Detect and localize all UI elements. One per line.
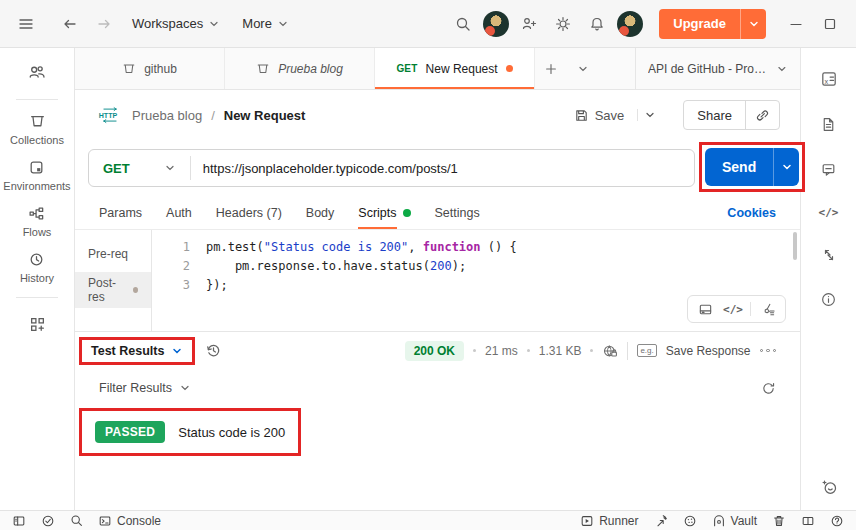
menu-icon[interactable]	[12, 10, 40, 38]
runner-label: Runner	[599, 514, 638, 528]
postbot-icon[interactable]	[820, 478, 838, 496]
editor-toolbar: </>	[687, 295, 786, 323]
response-size[interactable]: 1.31 KB	[539, 344, 582, 358]
line-number: 1	[152, 238, 206, 257]
split-pane-icon[interactable]	[801, 514, 815, 528]
checkmark-icon[interactable]	[41, 514, 55, 528]
gear-icon[interactable]	[549, 10, 577, 38]
related-requests-icon[interactable]	[821, 247, 837, 263]
tab-options-chevron-icon[interactable]	[567, 48, 599, 89]
runner-button[interactable]: Runner	[580, 514, 638, 528]
documentation-icon[interactable]	[820, 116, 837, 133]
upgrade-chevron[interactable]	[740, 9, 766, 39]
sidebar-item-history[interactable]: History	[20, 251, 54, 284]
panel-toggle-icon[interactable]	[12, 514, 26, 528]
method-value: GET	[103, 161, 130, 176]
help-icon[interactable]	[830, 514, 844, 528]
code-icon[interactable]: </>	[819, 206, 839, 219]
script-rail: Pre-req Post-res	[75, 230, 152, 331]
avatar[interactable]	[617, 11, 643, 37]
save-options-chevron-icon[interactable]	[637, 109, 662, 121]
url-input[interactable]: https://jsonplaceholder.typicode.com/pos…	[191, 161, 470, 176]
avatar[interactable]	[483, 11, 509, 37]
script-present-dot-icon	[403, 209, 411, 217]
script-editor: Pre-req Post-res 1pm.test("Status code i…	[75, 229, 800, 331]
post-response-item[interactable]: Post-res	[75, 272, 151, 308]
tab-scripts[interactable]: Scripts	[358, 196, 410, 229]
upgrade-button[interactable]: Upgrade	[659, 9, 766, 39]
workspaces-menu[interactable]: Workspaces	[124, 16, 228, 31]
method-select[interactable]: GET	[89, 161, 190, 176]
pre-request-label: Pre-req	[88, 247, 128, 261]
sidebar-item-collections[interactable]: Collections	[10, 113, 64, 146]
breadcrumb-parent[interactable]: Prueba blog	[132, 108, 202, 123]
divider	[16, 297, 58, 298]
search-icon[interactable]	[70, 514, 83, 527]
cookie-icon[interactable]	[683, 514, 697, 528]
postman-window: Workspaces More Upgrade Collections En	[0, 0, 856, 530]
forward-icon[interactable]	[90, 10, 118, 38]
tab-params[interactable]: Params	[99, 196, 142, 229]
status-badge[interactable]: 200 OK	[405, 341, 464, 361]
workspace-add-icon[interactable]	[23, 310, 51, 338]
divider	[627, 342, 628, 360]
filter-results-dropdown[interactable]: Filter Results	[99, 381, 172, 395]
invite-user-icon[interactable]	[515, 10, 543, 38]
add-tab-icon[interactable]	[535, 48, 567, 89]
tab-headers[interactable]: Headers (7)	[216, 196, 282, 229]
globe-lock-icon[interactable]	[602, 343, 618, 359]
info-icon[interactable]	[820, 291, 837, 308]
breadcrumb-current[interactable]: New Request	[224, 108, 306, 123]
code-line: 3});	[152, 276, 800, 295]
pre-request-item[interactable]: Pre-req	[75, 236, 151, 272]
vault-label: Vault	[731, 514, 757, 528]
share-button[interactable]: Share	[684, 108, 745, 123]
cookies-link[interactable]: Cookies	[727, 206, 776, 220]
code-line: 2 pm.response.to.have.status(200);	[152, 257, 800, 276]
tab-settings[interactable]: Settings	[435, 196, 480, 229]
chevron-down-icon[interactable]	[179, 382, 191, 394]
trash-icon[interactable]	[772, 514, 786, 528]
more-dots-icon[interactable]	[760, 349, 777, 353]
tab-auth[interactable]: Auth	[166, 196, 192, 229]
header-bar: Workspaces More Upgrade	[0, 0, 856, 48]
tab-body[interactable]: Body	[306, 196, 335, 229]
beautify-icon[interactable]	[755, 297, 781, 321]
team-icon[interactable]	[23, 58, 51, 86]
maximize-icon[interactable]	[816, 10, 844, 38]
variables-icon[interactable]: x	[820, 70, 838, 88]
vault-button[interactable]: Vault	[712, 514, 757, 528]
comments-icon[interactable]	[820, 161, 837, 178]
editor-scrollbar[interactable]	[793, 232, 797, 260]
environment-selector[interactable]: API de GitHub - Prod...	[635, 48, 800, 89]
console-button[interactable]: Console	[98, 514, 161, 528]
tab-new-request[interactable]: GET New Request	[375, 48, 535, 89]
bell-icon[interactable]	[583, 10, 611, 38]
refresh-icon[interactable]	[761, 381, 776, 396]
package-icon[interactable]	[692, 297, 718, 321]
sidebar-item-flows[interactable]: Flows	[23, 205, 52, 238]
response-history-icon[interactable]	[205, 342, 222, 359]
save-button[interactable]: Save	[574, 108, 625, 123]
console-icon	[98, 514, 112, 528]
link-icon[interactable]	[745, 101, 779, 129]
back-icon[interactable]	[56, 10, 84, 38]
save-label: Save	[595, 108, 625, 123]
response-time[interactable]: 21 ms	[485, 344, 518, 358]
tab-github[interactable]: github	[75, 48, 225, 89]
send-button[interactable]: Send	[705, 148, 799, 186]
more-label: More	[242, 16, 272, 31]
assertion-text: Status code is 200	[178, 425, 285, 440]
search-icon[interactable]	[449, 10, 477, 38]
chevron-down-icon[interactable]	[171, 345, 183, 357]
tab-prueba-blog[interactable]: Prueba blog	[225, 48, 375, 89]
sidebar-item-environments[interactable]: Environments	[3, 159, 70, 192]
minimize-icon[interactable]	[782, 10, 810, 38]
chevron-down-icon	[277, 18, 289, 30]
capture-icon[interactable]	[654, 514, 668, 528]
send-options-chevron[interactable]	[773, 148, 799, 186]
snippets-icon[interactable]: </>	[720, 297, 746, 321]
save-response-button[interactable]: Save Response	[666, 344, 751, 358]
test-results-tab[interactable]: Test Results	[91, 344, 164, 358]
more-menu[interactable]: More	[234, 16, 297, 31]
